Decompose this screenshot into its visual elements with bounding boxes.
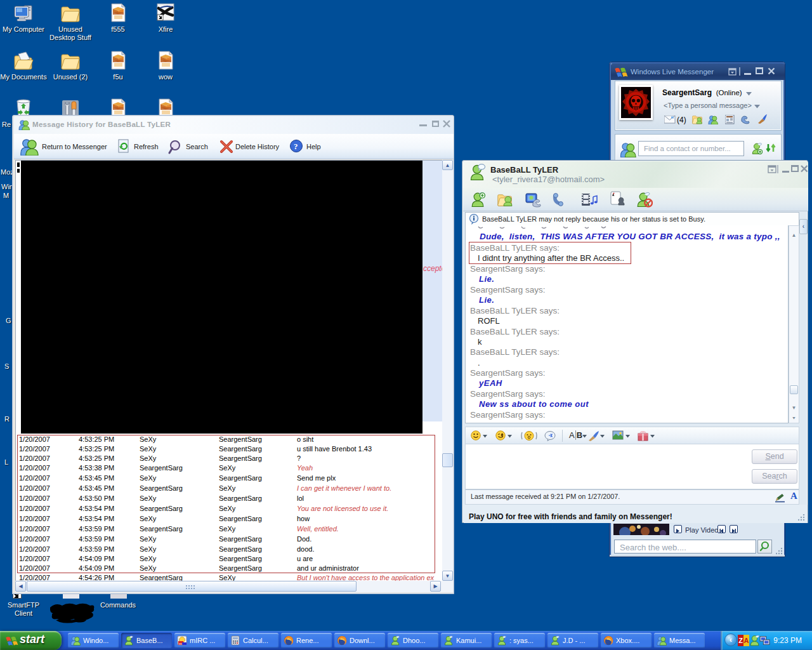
svg-text:?: ? (294, 142, 298, 151)
